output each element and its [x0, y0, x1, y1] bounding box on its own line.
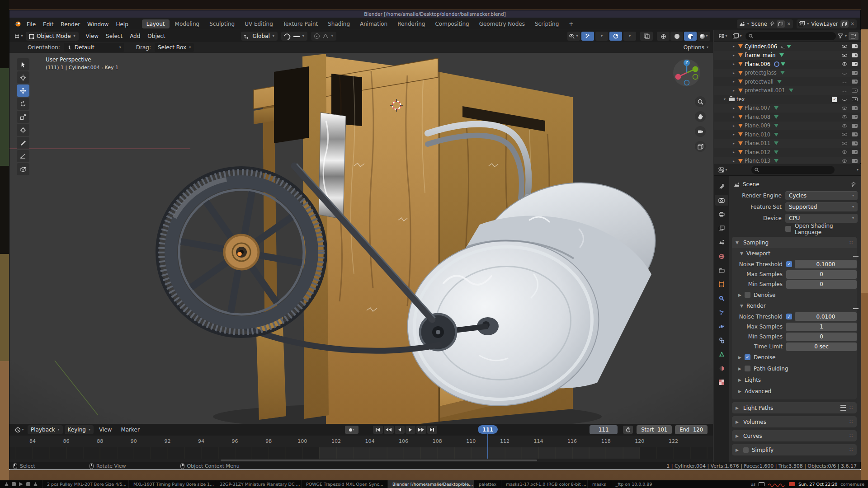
- render-noise-value[interactable]: 0.0100: [795, 312, 857, 321]
- tab-texture[interactable]: [715, 377, 728, 388]
- render-min-samples[interactable]: 0: [786, 333, 857, 341]
- eye-visibility-icon[interactable]: [842, 133, 847, 136]
- outliner-row[interactable]: ▸ Plane.013 ✓: [714, 157, 861, 164]
- jump-to-start-button[interactable]: [373, 426, 383, 434]
- eye-visibility-icon[interactable]: [842, 62, 847, 66]
- launcher-icon[interactable]: [5, 482, 9, 486]
- workspace-tab[interactable]: Texture Paint: [278, 19, 322, 28]
- render-visibility-icon[interactable]: [852, 132, 858, 136]
- new-collection-button[interactable]: [849, 32, 859, 40]
- timeline-view-menu[interactable]: View: [95, 426, 115, 434]
- timeline-scrollbar[interactable]: [9, 459, 713, 462]
- timeline-marker-menu[interactable]: Marker: [117, 426, 143, 434]
- window-titlebar[interactable]: Blender [/home/amalie/Desktop/blender/ba…: [9, 10, 860, 18]
- expand-arrow-icon[interactable]: ▸: [733, 80, 738, 84]
- render-visibility-icon[interactable]: [852, 106, 858, 110]
- tool-cursor[interactable]: [17, 71, 29, 84]
- overlays-dropdown[interactable]: ▾: [623, 32, 636, 41]
- path-guiding-row[interactable]: ▶ Path Guiding: [732, 363, 857, 374]
- options-button[interactable]: Options ▾: [684, 44, 708, 51]
- render-denoise-checkbox[interactable]: ✓: [745, 354, 750, 360]
- pan-hand-icon[interactable]: [695, 111, 706, 122]
- expand-arrow-icon[interactable]: ▸: [733, 124, 738, 128]
- overlays-toggle[interactable]: [609, 32, 622, 41]
- tool-add-cube[interactable]: [17, 163, 29, 175]
- viewport-menu-item[interactable]: Add: [126, 32, 144, 40]
- taskbar-window-button[interactable]: 32GP-31ZY Miniature Planetary DC ...: [215, 480, 301, 488]
- expand-arrow-icon[interactable]: ▸: [733, 89, 738, 93]
- tab-particles[interactable]: [715, 307, 728, 318]
- timeline-editor-type[interactable]: ▾: [13, 425, 26, 434]
- taskbar-window-button[interactable]: Blender [/home/amalie/Desktop/ble...: [387, 480, 474, 488]
- xray-toggle[interactable]: [640, 32, 653, 41]
- osl-checkbox[interactable]: [785, 226, 791, 232]
- outliner-row[interactable]: ▸ Plane.006 ✓: [714, 60, 861, 69]
- device-dropdown[interactable]: CPU▾: [785, 214, 858, 223]
- pin-icon[interactable]: [769, 21, 774, 26]
- render-visibility-icon[interactable]: [852, 62, 858, 66]
- remove-viewlayer-icon[interactable]: ×: [851, 21, 854, 26]
- render-engine-dropdown[interactable]: Cycles▾: [785, 191, 858, 200]
- tool-move[interactable]: [17, 84, 29, 97]
- current-frame-field[interactable]: 111: [590, 425, 618, 434]
- viewlayer-selector[interactable]: ▾ ViewLayer ×: [797, 19, 857, 28]
- expand-arrow-icon[interactable]: ▸: [733, 71, 738, 75]
- mode-selector[interactable]: Object Mode ▾: [26, 32, 79, 41]
- expand-arrow-icon[interactable]: ▾: [724, 97, 729, 101]
- expand-arrow-icon[interactable]: ▸: [733, 44, 738, 48]
- menu-item[interactable]: Window: [84, 20, 112, 29]
- render-visibility-icon[interactable]: [852, 80, 858, 84]
- simplify-checkbox[interactable]: [743, 447, 749, 453]
- launcher-icon[interactable]: [26, 482, 30, 486]
- shading-material-button[interactable]: [684, 32, 697, 41]
- outliner-row[interactable]: ▸ protectglass ✓: [714, 69, 861, 78]
- feature-set-dropdown[interactable]: Supported▾: [785, 202, 858, 211]
- tab-constraints[interactable]: [715, 335, 728, 346]
- render-max-samples[interactable]: 1: [786, 323, 857, 331]
- timeline-ruler[interactable]: 8486889092949698100102104106108110112114…: [9, 436, 713, 447]
- next-keyframe-button[interactable]: [416, 426, 426, 434]
- taskbar-window-button[interactable]: masks1-17.xcf-1.0 (RGB color 8-bit ...: [501, 480, 587, 488]
- playhead-badge[interactable]: 111: [478, 425, 498, 434]
- end-frame-field[interactable]: End120: [675, 425, 708, 434]
- expand-arrow-icon[interactable]: ▸: [733, 115, 738, 119]
- timeline-tracks[interactable]: [9, 447, 713, 459]
- lights-row[interactable]: ▶ Lights: [732, 374, 857, 385]
- tool-rotate[interactable]: [17, 98, 29, 110]
- jump-to-end-button[interactable]: [427, 426, 437, 434]
- navigation-gizmo[interactable]: Z: [672, 58, 701, 87]
- properties-editor-type[interactable]: ▾: [717, 165, 729, 174]
- tab-modifiers[interactable]: [715, 293, 728, 304]
- outliner-row[interactable]: ▸ Plane.012 ✓: [714, 148, 861, 157]
- menu-item[interactable]: File: [23, 20, 39, 29]
- workspace-tab[interactable]: Rendering: [393, 19, 429, 28]
- workspace-tab[interactable]: Shading: [323, 19, 354, 28]
- unlink-scene-icon[interactable]: ×: [787, 21, 791, 26]
- viewport-menu-item[interactable]: Object: [144, 32, 169, 40]
- render-visibility-icon[interactable]: [852, 44, 858, 48]
- viewport-menu-item[interactable]: View: [82, 32, 102, 40]
- workspace-tab[interactable]: Scripting: [530, 19, 563, 28]
- viewport-max-samples[interactable]: 0: [786, 270, 857, 279]
- tab-tool[interactable]: [715, 181, 728, 192]
- outliner-row[interactable]: ▸ frame_main ✓: [714, 51, 861, 60]
- eye-visibility-icon[interactable]: [842, 89, 847, 92]
- eye-visibility-icon[interactable]: [842, 107, 847, 110]
- auto-keying-button[interactable]: ▾: [345, 426, 359, 434]
- viewport-menu-item[interactable]: Select: [102, 32, 126, 40]
- collection-checkbox[interactable]: ✓: [832, 97, 837, 102]
- curves-panel[interactable]: ▶Curves ∷: [732, 430, 857, 441]
- breadcrumb[interactable]: Scene: [731, 179, 858, 190]
- workspace-tab[interactable]: +: [564, 19, 578, 28]
- outliner-filter-images[interactable]: ▾: [731, 32, 744, 41]
- eye-visibility-icon[interactable]: [842, 54, 847, 57]
- expand-arrow-icon[interactable]: ▸: [733, 106, 738, 110]
- playback-menu[interactable]: Playback▾: [28, 425, 63, 434]
- scene-selector[interactable]: ▾ Scene ×: [737, 19, 793, 28]
- eye-visibility-icon[interactable]: [842, 124, 847, 127]
- viewport-denoise-checkbox[interactable]: [745, 292, 750, 298]
- orientation-dropdown[interactable]: Default ▾: [64, 43, 124, 52]
- shading-wireframe-button[interactable]: [657, 32, 670, 41]
- eye-visibility-icon[interactable]: [842, 71, 847, 75]
- prev-keyframe-button[interactable]: [384, 426, 394, 434]
